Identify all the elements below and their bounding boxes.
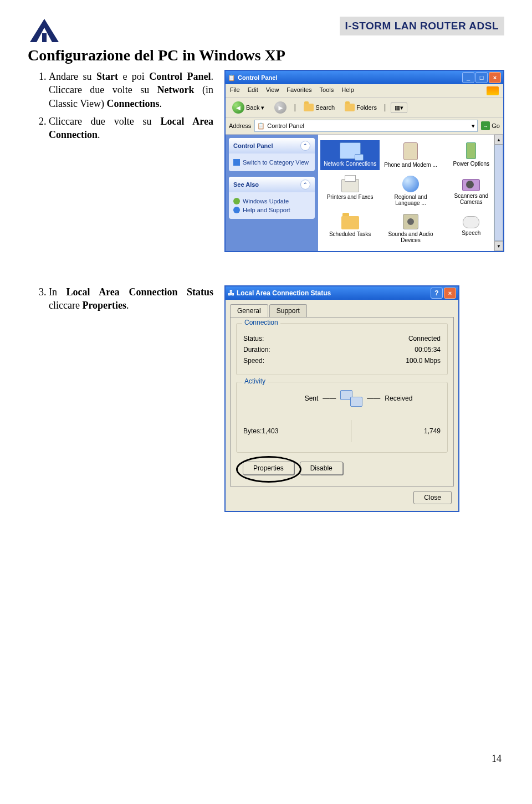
label-speed: Speed: bbox=[243, 357, 264, 365]
disable-button[interactable]: Disable bbox=[300, 462, 343, 475]
folders-icon bbox=[345, 104, 355, 111]
category-icon bbox=[233, 159, 240, 166]
printer-icon bbox=[341, 179, 359, 192]
control-panel-icon: 📋 bbox=[228, 74, 236, 81]
icon-scheduled-tasks[interactable]: Scheduled Tasks bbox=[320, 212, 380, 245]
minimize-button[interactable]: _ bbox=[462, 72, 474, 83]
network-icon bbox=[340, 142, 361, 159]
dropdown-icon: ▾ bbox=[261, 104, 264, 111]
windows-update-link[interactable]: Windows Update bbox=[233, 198, 310, 204]
icon-printers-faxes[interactable]: Printers and Faxes bbox=[320, 173, 380, 208]
control-panel-window: 📋 Control Panel _ □ × File Edit View Fav… bbox=[224, 70, 504, 252]
icon-sounds-audio[interactable]: Sounds and Audio Devices bbox=[381, 212, 440, 245]
icon-speech[interactable]: Speech bbox=[442, 212, 501, 245]
scroll-down-icon[interactable]: ▼ bbox=[494, 241, 503, 251]
close-button[interactable]: × bbox=[489, 72, 501, 83]
menu-view[interactable]: View bbox=[266, 86, 279, 95]
update-icon bbox=[233, 198, 240, 204]
step-1: Andare su Start e poi Control Panel. Cli… bbox=[49, 70, 213, 110]
maximize-button[interactable]: □ bbox=[475, 72, 488, 83]
step-3: In Local Area Connection Status cliccare… bbox=[49, 285, 213, 313]
switch-category-link[interactable]: Switch to Category View bbox=[233, 159, 310, 166]
icon-power-options[interactable]: Power Options bbox=[442, 140, 501, 170]
speech-icon bbox=[463, 216, 479, 228]
address-field[interactable]: 📋 Control Panel ▾ bbox=[254, 120, 478, 132]
activity-icon bbox=[340, 390, 362, 407]
icon-network-connections[interactable]: Network Connections bbox=[320, 140, 380, 170]
views-button[interactable]: ▦▾ bbox=[391, 103, 407, 113]
menu-help[interactable]: Help bbox=[341, 86, 354, 95]
help-support-link[interactable]: Help and Support bbox=[233, 207, 310, 213]
folder-icon: 📋 bbox=[257, 122, 265, 130]
value-bytes-received: 1,749 bbox=[424, 427, 441, 435]
search-icon bbox=[304, 104, 314, 111]
page-title: Configurazione del PC in Windows XP bbox=[28, 47, 504, 64]
side-panel: Control Panel ⌃ Switch to Category View bbox=[226, 135, 318, 251]
brand-logo bbox=[28, 17, 61, 44]
phone-icon bbox=[403, 142, 418, 160]
forward-icon: ► bbox=[274, 101, 287, 114]
window-title: Control Panel bbox=[236, 74, 461, 81]
back-icon: ◄ bbox=[232, 101, 244, 114]
label-status: Status: bbox=[243, 335, 264, 342]
vertical-scrollbar[interactable]: ▲ ▼ bbox=[494, 135, 503, 251]
help-button[interactable]: ? bbox=[431, 288, 443, 299]
value-duration: 00:05:34 bbox=[415, 346, 441, 354]
windows-flag-icon bbox=[487, 86, 499, 95]
globe-icon bbox=[402, 176, 419, 192]
menu-bar: File Edit View Favorites Tools Help bbox=[226, 84, 503, 98]
properties-button[interactable]: Properties bbox=[243, 462, 294, 475]
address-label: Address bbox=[229, 122, 251, 129]
views-icon: ▦▾ bbox=[395, 104, 403, 111]
dialog-titlebar[interactable]: 🖧 Local Area Connection Status ? × bbox=[226, 286, 458, 300]
forward-button[interactable]: ► bbox=[271, 100, 290, 115]
folders-button[interactable]: Folders bbox=[341, 103, 380, 112]
group-connection: Connection Status:Connected Duration:00:… bbox=[236, 323, 448, 375]
battery-icon bbox=[466, 142, 476, 159]
collapse-icon: ⌃ bbox=[300, 141, 310, 151]
icon-scanners-cameras[interactable]: Scanners and Cameras bbox=[442, 173, 501, 208]
value-speed: 100.0 Mbps bbox=[406, 357, 441, 365]
lan-status-dialog: 🖧 Local Area Connection Status ? × Gener… bbox=[224, 285, 459, 512]
window-titlebar[interactable]: 📋 Control Panel _ □ × bbox=[226, 71, 503, 84]
menu-edit[interactable]: Edit bbox=[248, 86, 258, 95]
search-button[interactable]: Search bbox=[300, 103, 338, 112]
panel-header-seealso[interactable]: See Also ⌃ bbox=[229, 177, 315, 192]
dialog-title: Local Area Connection Status bbox=[234, 289, 429, 297]
menu-tools[interactable]: Tools bbox=[320, 86, 334, 95]
toolbar: ◄ Back ▾ ► │ Search Folders bbox=[226, 98, 503, 117]
doc-header: I-STORM LAN ROUTER ADSL bbox=[340, 17, 505, 35]
menu-favorites[interactable]: Favorites bbox=[287, 86, 311, 95]
speaker-icon bbox=[403, 214, 418, 229]
label-received: Received bbox=[385, 395, 412, 402]
page-number: 14 bbox=[492, 753, 502, 765]
collapse-icon: ⌃ bbox=[300, 180, 310, 190]
icon-regional[interactable]: Regional and Language ... bbox=[381, 173, 440, 208]
icon-phone-modem[interactable]: Phone and Modem ... bbox=[381, 140, 440, 170]
close-button[interactable]: × bbox=[444, 288, 456, 299]
tab-support[interactable]: Support bbox=[269, 304, 307, 317]
scroll-up-icon[interactable]: ▲ bbox=[494, 135, 503, 145]
back-button[interactable]: ◄ Back ▾ bbox=[229, 100, 268, 115]
dropdown-icon[interactable]: ▾ bbox=[472, 122, 475, 130]
go-icon: → bbox=[481, 121, 490, 130]
label-duration: Duration: bbox=[243, 346, 270, 354]
panel-header-cp[interactable]: Control Panel ⌃ bbox=[229, 138, 315, 153]
value-status: Connected bbox=[408, 335, 441, 342]
menu-file[interactable]: File bbox=[230, 86, 240, 95]
camera-icon bbox=[462, 179, 480, 191]
go-button[interactable]: → Go bbox=[481, 121, 500, 130]
scroll-thumb[interactable] bbox=[494, 145, 503, 241]
step-2: Cliccare due volte su Local Area Connect… bbox=[49, 115, 213, 142]
tasks-icon bbox=[341, 216, 359, 229]
label-sent: Sent bbox=[305, 395, 319, 402]
label-bytes: Bytes: bbox=[243, 427, 262, 435]
group-activity: Activity Sent ―― ―― Received bbox=[236, 382, 448, 453]
svg-rect-0 bbox=[42, 33, 47, 42]
help-icon bbox=[233, 207, 240, 213]
close-dialog-button[interactable]: Close bbox=[413, 491, 452, 504]
tab-general[interactable]: General bbox=[230, 304, 268, 317]
network-icon: 🖧 bbox=[228, 289, 234, 297]
value-bytes-sent: 1,403 bbox=[262, 427, 278, 435]
